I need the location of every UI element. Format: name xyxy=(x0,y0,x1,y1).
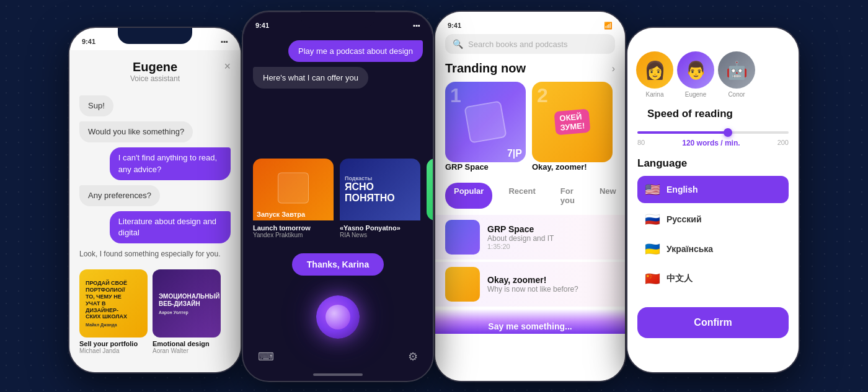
settings-avatars: 👩 Karina 👨 Eugene 🤖 Conor xyxy=(627,46,799,105)
dc-podcast-cards: Запуск Завтра Launch tomorrow Yandex Pra… xyxy=(243,159,433,248)
va-books-list: ПРОДАЙ СВОЁПОРТФОЛИО//ТО, ЧЕМУ НЕУЧАТ ВД… xyxy=(69,266,241,360)
va-message-user2: Literature about design and digital xyxy=(110,211,231,243)
va-assistant-name: Eugene xyxy=(82,60,228,74)
ba-trend-card-grp[interactable]: 1 7|P xyxy=(445,82,526,162)
avatar-circle-2[interactable]: 👨 xyxy=(677,51,714,89)
lang-option-english[interactable]: 🇺🇸 English xyxy=(637,176,789,203)
status-icons-3: 📶 xyxy=(604,22,613,30)
confirm-button[interactable]: Confirm xyxy=(637,307,789,338)
va-messages-list: Sup! Would you like something? I can't f… xyxy=(69,89,241,266)
dc-keyboard-icon[interactable]: ⌨ xyxy=(258,350,274,364)
ba-list-item-1[interactable]: GRP Space About design and IT 1:35:20 xyxy=(435,215,625,259)
dc-settings-icon[interactable]: ⚙ xyxy=(408,350,418,364)
ba-trend-num-1: 1 xyxy=(450,84,461,107)
dc-orb-inner xyxy=(326,305,350,329)
dc-card2-image: Подкасты ЯСНОПОНЯТНО xyxy=(340,159,420,220)
ba-trending-cards: 1 7|P GRP Space 2 ОКЕЙЗУМЕ! xyxy=(435,82,625,180)
phone-books-app: 9:41 📶 🔍 Search books and podcasts Trand… xyxy=(434,11,626,382)
dc-card1-image: Запуск Завтра xyxy=(253,159,334,220)
ba-trending-arrow-icon[interactable]: › xyxy=(612,63,615,74)
speed-slider-fill xyxy=(637,131,728,134)
ba-trend-name-2: Okay, zoomer! xyxy=(532,162,613,172)
ba-list-thumb-2 xyxy=(445,267,480,302)
ba-list-title-1: GRP Space xyxy=(487,224,615,234)
dc-card2-sub: RIA News xyxy=(340,232,420,238)
voice-assistant-screen: Eugene Voice assistant × Sup! Would you … xyxy=(69,50,241,372)
ba-tab-popular[interactable]: Popular xyxy=(445,183,492,209)
ba-trend-item-1: 1 7|P GRP Space xyxy=(445,82,526,172)
speed-max: 200 xyxy=(777,139,789,147)
dc-messages-list: Play me a podcast about design Here's wh… xyxy=(243,34,433,159)
va-book2-cover-text: ЭМОЦИОНАЛЬНЫЙВЕБ-ДИЗАЙН xyxy=(159,293,215,308)
speed-slider-track[interactable] xyxy=(637,131,789,134)
dc-orb[interactable] xyxy=(316,295,360,339)
dc-card1-label: Запуск Завтра xyxy=(257,211,330,218)
speed-value: 120 words / min. xyxy=(682,139,740,147)
lang-flag-english: 🇺🇸 xyxy=(645,182,660,197)
dc-card1-info: Launch tomorrow Yandex Praktikum xyxy=(253,220,334,242)
lang-option-russian[interactable]: 🇷🇺 Русский xyxy=(637,206,789,233)
va-book-card-1[interactable]: ПРОДАЙ СВОЁПОРТФОЛИО//ТО, ЧЕМУ НЕУЧАТ ВД… xyxy=(79,269,148,338)
dc-bottom-bar: ⌨ ⚙ xyxy=(243,345,433,373)
phones-container: 9:41 ▪▪▪ Eugene Voice assistant × Sup! W… xyxy=(0,0,868,392)
avatar-name-1: Karina xyxy=(646,91,664,98)
va-header: Eugene Voice assistant × xyxy=(69,50,241,89)
speed-slider-thumb[interactable] xyxy=(724,128,732,137)
dc-system-message: Here's what I can offer you xyxy=(253,67,368,89)
ba-tabs: Popular Recent For you New xyxy=(435,180,625,215)
ba-trend-name-1: GRP Space xyxy=(445,162,526,172)
lang-name-ukrainian: Українська xyxy=(666,244,713,254)
dc-podcast-card-2[interactable]: Подкасты ЯСНОПОНЯТНО «Yasno Ponyatno» RI… xyxy=(340,159,420,242)
va-book1-author-tag: Майкл Джанда xyxy=(86,323,141,327)
dc-podcast-card-1[interactable]: Запуск Завтра Launch tomorrow Yandex Pra… xyxy=(253,159,334,242)
phone-voice-assistant: 9:41 ▪▪▪ Eugene Voice assistant × Sup! W… xyxy=(68,27,242,373)
lang-section: Language 🇺🇸 English 🇷🇺 Русский 🇺🇦 Україн… xyxy=(627,157,799,302)
ba-list-title-2: Okay, zoomer! xyxy=(487,275,615,285)
dc-user-message: Play me a podcast about design xyxy=(288,40,423,62)
dc-card-1: Запуск Завтра Launch tomorrow Yandex Pra… xyxy=(253,159,334,242)
status-time-2: 9:41 xyxy=(255,22,269,29)
va-book1-title: Sell your portfolio xyxy=(79,340,148,347)
lang-name-chinese: 中文人 xyxy=(666,273,693,284)
phone-notch-3 xyxy=(493,12,567,28)
ba-zoomer-content: ОКЕЙЗУМЕ! xyxy=(550,105,595,139)
ba-list-info-1: GRP Space About design and IT 1:35:20 xyxy=(487,224,615,250)
lang-option-chinese[interactable]: 🇨🇳 中文人 xyxy=(637,265,789,292)
ba-list-sub-2: Why is now not like before? xyxy=(487,285,615,294)
va-book-card-2[interactable]: ЭМОЦИОНАЛЬНЫЙВЕБ-ДИЗАЙН Аарон Уолтер xyxy=(153,269,221,338)
avatar-circle-1[interactable]: 👩 xyxy=(636,51,673,89)
ba-tab-recent[interactable]: Recent xyxy=(500,183,544,209)
dc-thanks-area: Thanks, Karina xyxy=(243,248,433,285)
ba-search-bar[interactable]: 🔍 Search books and podcasts xyxy=(445,34,615,54)
settings-app-screen: 👩 Karina 👨 Eugene 🤖 Conor xyxy=(627,28,799,372)
va-book2-author-tag: Аарон Уолтер xyxy=(159,310,215,315)
ba-list-item-2[interactable]: Okay, zoomer! Why is now not like before… xyxy=(435,262,625,307)
avatar-name-2: Eugene xyxy=(685,91,706,98)
va-close-button[interactable]: × xyxy=(224,60,231,73)
dc-card2-title: «Yasno Ponyatno» xyxy=(340,224,420,232)
ba-trend-num-2: 2 xyxy=(537,84,548,107)
avatar-circle-3[interactable]: 🤖 xyxy=(718,51,755,89)
lang-flag-chinese: 🇨🇳 xyxy=(645,271,660,286)
ba-list-info-2: Okay, zoomer! Why is now not like before… xyxy=(487,275,615,294)
status-icons-1: ▪▪▪ xyxy=(221,38,228,45)
va-book2-title: Emotional design xyxy=(153,340,221,347)
lang-option-ukrainian[interactable]: 🇺🇦 Українська xyxy=(637,235,789,263)
ba-gradient-text: Say me something... xyxy=(488,321,572,331)
dark-chat-screen: Play me a podcast about design Here's wh… xyxy=(243,34,433,381)
dc-thanks-button[interactable]: Thanks, Karina xyxy=(292,253,384,276)
phone-notch-2 xyxy=(301,12,375,28)
ba-search-placeholder: Search books and podcasts xyxy=(468,40,567,49)
ba-list-sub-1: About design and IT xyxy=(487,234,615,243)
avatar-face-1: 👩 xyxy=(636,51,673,89)
ba-list-time-1: 1:35:20 xyxy=(487,243,615,250)
va-book1-cover-text: ПРОДАЙ СВОЁПОРТФОЛИО//ТО, ЧЕМУ НЕУЧАТ ВД… xyxy=(86,280,141,320)
avatar-name-3: Conor xyxy=(728,91,745,98)
speed-title: Speed of reading xyxy=(637,105,789,126)
avatar-item-1: 👩 Karina xyxy=(636,51,673,98)
ba-tab-new[interactable]: New xyxy=(591,183,625,209)
ba-zoomer-badge: ОКЕЙЗУМЕ! xyxy=(554,109,591,136)
ba-trend-card-zoomer[interactable]: 2 ОКЕЙЗУМЕ! xyxy=(532,82,613,162)
ba-tab-foryou[interactable]: For you xyxy=(552,183,583,209)
avatar-face-3: 🤖 xyxy=(718,51,755,89)
